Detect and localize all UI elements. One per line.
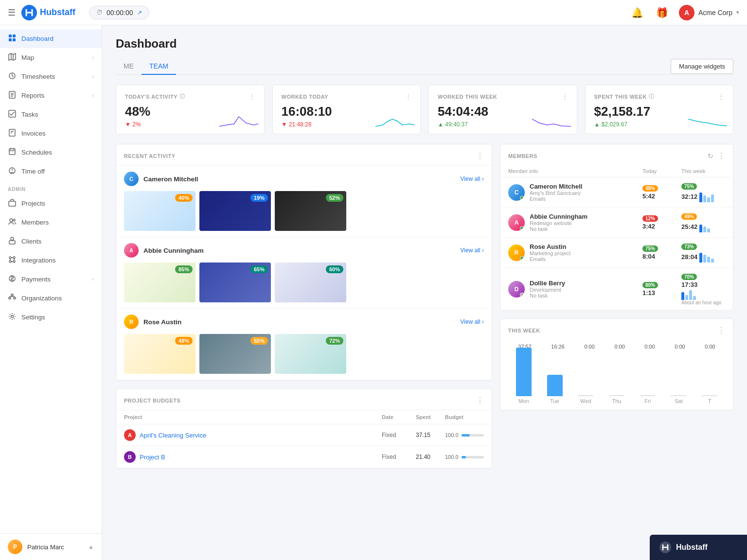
week-hours-sat: 0:00 xyxy=(675,344,685,350)
sidebar-item-reports[interactable]: Reports ‹ xyxy=(0,86,102,105)
sidebar-item-clients[interactable]: Clients xyxy=(0,232,102,251)
sidebar-item-label-projects: Projects xyxy=(21,200,94,207)
org-chevron-icon: ▾ xyxy=(736,9,739,16)
screenshot-thumb[interactable]: 85% xyxy=(124,262,196,302)
sidebar-item-label-organizations: Organizations xyxy=(21,295,94,302)
mini-bar xyxy=(699,253,702,262)
sidebar-user-name: Patricia Marc xyxy=(27,543,83,551)
svg-rect-3 xyxy=(9,38,12,41)
screenshot-thumb[interactable]: 19% xyxy=(199,191,271,231)
screenshot-badge: 55% xyxy=(250,337,268,345)
manage-widgets-button[interactable]: Manage widgets xyxy=(671,59,733,74)
activity-viewall-rose[interactable]: View all › xyxy=(461,318,484,325)
member-task-dollie: No task xyxy=(530,293,565,298)
member-today-time-cameron: 5:42 xyxy=(642,192,655,200)
tab-team[interactable]: TEAM xyxy=(142,58,176,75)
mini-bar xyxy=(711,259,714,262)
week-label-wed: Wed xyxy=(580,398,591,404)
gifts-button[interactable]: 🎁 xyxy=(654,5,670,20)
screenshot-thumb[interactable]: 65% xyxy=(199,262,271,302)
budget-project-name-0[interactable]: A April's Cleaning Service xyxy=(124,429,382,441)
member-avatar-rose: R xyxy=(508,245,525,261)
sidebar-item-map[interactable]: Map ‹ xyxy=(0,48,102,67)
sidebar-nav: Dashboard Map ‹ Timesheets ‹ xyxy=(0,25,102,533)
activity-viewall-cameron[interactable]: View all › xyxy=(461,175,484,182)
menu-icon[interactable]: ☰ xyxy=(8,7,16,18)
members-col-week: This week xyxy=(681,168,725,174)
tasks-icon xyxy=(8,110,17,119)
sidebar-item-tasks[interactable]: Tasks xyxy=(0,105,102,124)
stat-menu-icon-activity[interactable]: ⋮ xyxy=(249,93,255,100)
invoices-icon xyxy=(8,129,17,138)
member-name-cameron: Cameron Mitchell xyxy=(530,183,582,190)
sidebar-item-projects[interactable]: Projects xyxy=(0,194,102,213)
stat-menu-icon-worked-today[interactable]: ⋮ xyxy=(405,93,411,100)
user-menu[interactable]: A Acme Corp ▾ xyxy=(679,5,739,20)
stat-menu-icon-spent-week[interactable]: ⋮ xyxy=(718,93,724,100)
reports-arrow-icon: ‹ xyxy=(92,93,94,98)
member-pct-dollie: 80% xyxy=(642,282,658,288)
week-hours-sun: 0:00 xyxy=(705,344,715,350)
member-project-rose: Marketing project xyxy=(530,250,570,256)
sidebar-item-payments[interactable]: Payments ‹ xyxy=(0,270,102,289)
mini-bar xyxy=(707,197,710,202)
sidebar-item-schedules[interactable]: Schedules xyxy=(0,143,102,162)
sidebar-item-members[interactable]: Members xyxy=(0,213,102,232)
stat-menu-icon-worked-week[interactable]: ⋮ xyxy=(562,93,568,100)
timesheets-icon xyxy=(8,72,17,81)
user-avatar: A xyxy=(679,5,694,20)
screenshot-thumb[interactable]: 72% xyxy=(275,334,346,374)
mini-bar xyxy=(707,257,710,262)
member-avatar-dollie: D xyxy=(508,281,525,298)
recent-activity-menu-icon[interactable]: ⋮ xyxy=(476,151,484,160)
project-budgets-menu-icon[interactable]: ⋮ xyxy=(476,396,484,405)
stat-title-activity: TODAY'S ACTIVITY ⓘ xyxy=(125,93,185,100)
members-widget-menu-icon[interactable]: ⋮ xyxy=(717,151,725,160)
sidebar-footer-user[interactable]: P Patricia Marc ▲ xyxy=(0,533,102,560)
members-col-member: Member info xyxy=(508,168,642,174)
sidebar-item-organizations[interactable]: Organizations xyxy=(0,289,102,308)
this-week-menu-icon[interactable]: ⋮ xyxy=(717,326,725,335)
activity-name-abbie: Abbie Cunningham xyxy=(143,247,456,254)
budget-project-name-1[interactable]: B Project B xyxy=(124,451,382,463)
mini-bar-chart-rose xyxy=(699,251,714,262)
member-week-cameron: 75% 32:12 xyxy=(681,182,725,202)
member-offline-dot xyxy=(520,293,524,297)
week-label-thu: Thu xyxy=(612,398,622,404)
stat-title-spent-week: SPENT THIS WEEK ⓘ xyxy=(594,93,655,100)
sidebar-item-dashboard[interactable]: Dashboard xyxy=(0,29,102,48)
svg-point-30 xyxy=(9,261,11,262)
members-col-today: Today xyxy=(642,168,681,174)
sidebar-item-integrations[interactable]: Integrations xyxy=(0,251,102,270)
member-task-abbie: No task xyxy=(530,226,587,232)
activity-viewall-abbie[interactable]: View all › xyxy=(461,247,484,254)
budget-col-project: Project xyxy=(124,414,382,420)
sidebar-item-settings[interactable]: Settings xyxy=(0,308,102,327)
screenshot-thumb[interactable]: 55% xyxy=(199,334,271,374)
this-week-title: THIS WEEK xyxy=(508,328,717,333)
projects-icon xyxy=(8,199,17,208)
stats-row: TODAY'S ACTIVITY ⓘ ⋮ 48% ▼ 2% WORKED TOD… xyxy=(116,85,733,134)
activity-member-cameron: C Cameron Mitchell View all › xyxy=(124,172,484,186)
budget-col-budget: Budget xyxy=(445,414,484,420)
screenshot-thumb[interactable]: 60% xyxy=(275,262,346,302)
screenshot-thumb[interactable]: 48% xyxy=(124,334,196,374)
member-pct-abbie: 12% xyxy=(642,215,658,222)
organizations-icon xyxy=(8,294,17,303)
tab-me[interactable]: ME xyxy=(116,58,142,75)
svg-rect-2 xyxy=(13,35,16,37)
week-bar-mon xyxy=(516,348,532,396)
refresh-icon[interactable]: ↻ xyxy=(708,152,713,160)
sidebar-item-invoices[interactable]: Invoices xyxy=(0,124,102,143)
screenshot-thumb[interactable]: 52% xyxy=(275,191,346,231)
sidebar-item-timeoff[interactable]: Time off xyxy=(0,162,102,181)
notifications-button[interactable]: 🔔 xyxy=(629,5,645,20)
info-icon-spent: ⓘ xyxy=(649,93,655,100)
budget-col-spent: Spent xyxy=(416,414,445,420)
timer-widget[interactable]: ⏱ 00:00:00 ↗ xyxy=(89,6,149,19)
mini-bar-chart-dollie xyxy=(681,288,721,300)
sidebar-item-timesheets[interactable]: Timesheets ‹ xyxy=(0,67,102,86)
member-week-rose: 73% 28:04 xyxy=(681,243,725,262)
budget-row: A April's Cleaning Service Fixed 37.15 1… xyxy=(116,424,492,446)
screenshot-thumb[interactable]: 40% xyxy=(124,191,196,231)
